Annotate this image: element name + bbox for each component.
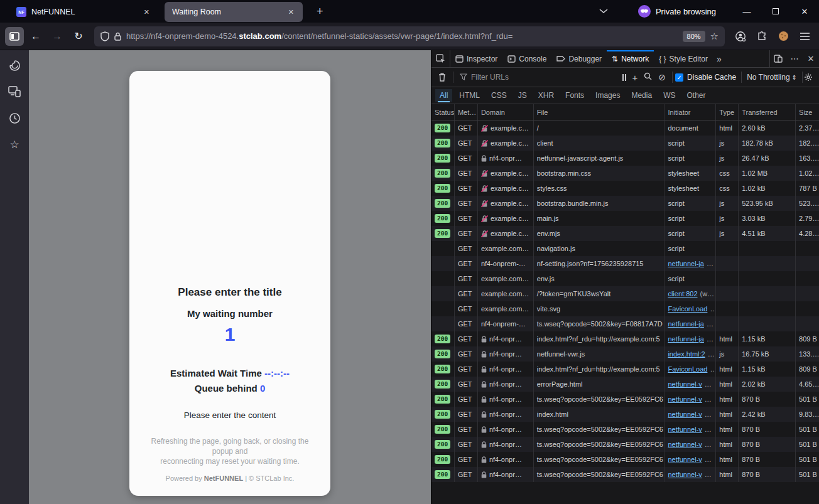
filter-tab-xhr[interactable]: XHR: [534, 89, 558, 102]
devtools-close-icon[interactable]: ✕: [803, 50, 819, 67]
table-row[interactable]: 200GETexample.c…/documenthtml2.60 kB2.37…: [431, 121, 819, 136]
sidebar-toggle-button[interactable]: [5, 27, 24, 46]
disable-cache-checkbox[interactable]: ✓ Disable Cache: [675, 73, 736, 82]
extensions-icon[interactable]: [752, 27, 771, 46]
filter-tab-html[interactable]: HTML: [455, 89, 484, 102]
search-icon[interactable]: [644, 72, 652, 82]
table-row[interactable]: GETexample.com…navigation.jsscript: [431, 241, 819, 256]
table-row[interactable]: 200GETnf4-onpr…ts.wseq?opcode=5002&key=E…: [431, 452, 819, 467]
column-header-status[interactable]: Status: [431, 104, 455, 120]
block-icon[interactable]: ⊘: [658, 72, 666, 82]
tab-netfunnel[interactable]: NF NetFUNNEL ✕: [9, 2, 158, 22]
tab-inspector[interactable]: Inspector: [450, 50, 502, 67]
initiator-link[interactable]: netfunnel-ja: [668, 316, 704, 331]
history-icon[interactable]: [8, 112, 21, 124]
table-row[interactable]: 200GETexample.c…styles.cssstylesheetcss1…: [431, 181, 819, 196]
ai-chatbot-icon[interactable]: [8, 59, 21, 72]
initiator-link[interactable]: index.html:2: [668, 346, 705, 362]
tab-close-icon[interactable]: ✕: [286, 7, 296, 18]
table-row[interactable]: 200GETnf4-onpr…netfunnel-vwr.jsindex.htm…: [431, 346, 819, 362]
table-row[interactable]: GETexample.com…vite.svgFaviconLoad…: [431, 301, 819, 316]
table-row[interactable]: 200GETexample.c…bootstrap.bundle.min.jss…: [431, 196, 819, 211]
account-icon[interactable]: [731, 27, 750, 46]
table-row[interactable]: 200GETnf4-onpr…ts.wseq?opcode=5002&key=E…: [431, 422, 819, 437]
table-row[interactable]: 200GETexample.c…env.mjsscriptjs4.51 kB4.…: [431, 226, 819, 241]
table-row[interactable]: 200GETexample.c…bootstrap.min.cssstylesh…: [431, 166, 819, 181]
new-tab-button[interactable]: +: [312, 5, 328, 18]
back-button[interactable]: ←: [26, 27, 45, 46]
filter-tab-fonts[interactable]: Fonts: [561, 89, 588, 102]
column-header-file[interactable]: File: [534, 104, 665, 120]
reload-button[interactable]: ↻: [69, 27, 88, 46]
table-row[interactable]: 200GETnf4-onpr…index.html?nf_rdu=http://…: [431, 362, 819, 377]
tab-console[interactable]: Console: [502, 50, 551, 67]
clear-requests-icon[interactable]: [434, 73, 450, 82]
table-row[interactable]: 200GETexample.c…main.jsscriptjs3.03 kB2.…: [431, 211, 819, 226]
table-row[interactable]: GETexample.com…/?token=gmTKU3wsYaltclien…: [431, 286, 819, 301]
menu-icon[interactable]: [795, 27, 814, 46]
filter-tab-all[interactable]: All: [435, 89, 452, 102]
initiator-link[interactable]: netfunnel-v: [668, 452, 702, 467]
filter-tab-other[interactable]: Other: [682, 89, 710, 102]
column-header-method[interactable]: Met…: [455, 104, 478, 120]
filter-tab-js[interactable]: JS: [514, 89, 531, 102]
minimize-button[interactable]: —: [732, 0, 761, 23]
initiator-link[interactable]: client:802: [668, 286, 697, 301]
table-row[interactable]: 200GETnf4-onpr…ts.wseq?opcode=5002&key=E…: [431, 437, 819, 452]
initiator-link[interactable]: netfunnel-v: [668, 392, 702, 407]
maximize-button[interactable]: [761, 0, 790, 23]
cookie-icon[interactable]: [774, 27, 793, 46]
shield-icon[interactable]: [100, 31, 109, 41]
list-tabs-chevron-icon[interactable]: [599, 9, 608, 14]
table-row[interactable]: 200GETnf4-onpr…errorPage.htmlnetfunnel-v…: [431, 377, 819, 392]
more-tabs-chevron-icon[interactable]: »: [713, 50, 725, 67]
filter-tab-media[interactable]: Media: [627, 89, 656, 102]
tab-debugger[interactable]: Debugger: [551, 50, 607, 67]
zoom-level-badge[interactable]: 80%: [683, 31, 705, 42]
initiator-link[interactable]: netfunnel-v: [668, 467, 702, 482]
column-header-initiator[interactable]: Initiator: [664, 104, 716, 120]
responsive-design-icon[interactable]: [770, 50, 786, 67]
table-row[interactable]: GETexample.com…env.jsscript: [431, 271, 819, 286]
tab-waiting-room[interactable]: Waiting Room ✕: [165, 2, 303, 22]
filter-tab-css[interactable]: CSS: [487, 89, 511, 102]
synced-tabs-icon[interactable]: [8, 85, 21, 98]
pick-element-icon[interactable]: [431, 50, 450, 67]
table-row[interactable]: 200GETnf4-onpr…index.html?nf_rdu=http://…: [431, 331, 819, 346]
table-row[interactable]: 200GETnf4-onpr…index.htmlnetfunnel-v…htm…: [431, 407, 819, 422]
bookmarks-icon[interactable]: ☆: [8, 138, 21, 151]
tab-network[interactable]: ⇅ Network: [607, 50, 654, 67]
initiator-link[interactable]: FaviconLoad: [668, 301, 707, 316]
network-settings-gear-icon[interactable]: [802, 72, 816, 83]
table-row[interactable]: 200GETexample.c…clientscriptjs182.78 kB1…: [431, 136, 819, 151]
filter-urls-input[interactable]: Filter URLs: [456, 73, 619, 82]
initiator-link[interactable]: netfunnel-ja: [668, 256, 704, 271]
column-header-transferred[interactable]: Transferred: [739, 104, 796, 120]
lock-icon[interactable]: [114, 32, 121, 41]
forward-button[interactable]: →: [48, 27, 67, 46]
filter-tab-images[interactable]: Images: [591, 89, 624, 102]
add-icon[interactable]: +: [632, 72, 638, 83]
table-row[interactable]: GETnf4-onprem-…nf-setting.json?nf=175623…: [431, 256, 819, 271]
bookmark-star-icon[interactable]: ☆: [710, 31, 719, 42]
column-header-size[interactable]: Size: [796, 104, 819, 120]
initiator-link[interactable]: netfunnel-v: [668, 377, 702, 392]
initiator-link[interactable]: netfunnel-v: [668, 422, 702, 437]
initiator-link[interactable]: netfunnel-v: [668, 407, 702, 422]
column-header-type[interactable]: Type: [716, 104, 739, 120]
initiator-link[interactable]: netfunnel-ja: [668, 331, 704, 346]
devtools-meatball-menu-icon[interactable]: ⋯: [786, 50, 803, 67]
close-window-button[interactable]: ✕: [790, 0, 819, 23]
tab-close-icon[interactable]: ✕: [141, 7, 152, 18]
filter-tab-ws[interactable]: WS: [659, 89, 680, 102]
table-row[interactable]: 200GETnf4-onpr…netfunnel-javascript-agen…: [431, 151, 819, 166]
url-bar[interactable]: https://nf4-onprem-demo-4524.stclab.com/…: [94, 26, 725, 46]
tab-style-editor[interactable]: { } Style Editor: [654, 50, 713, 67]
initiator-link[interactable]: FaviconLoad: [668, 362, 707, 377]
column-header-domain[interactable]: Domain: [478, 104, 534, 120]
table-row[interactable]: GETnf4-onprem-…ts.wseq?opcode=5002&key=F…: [431, 316, 819, 331]
table-row[interactable]: 200GETnf4-onpr…ts.wseq?opcode=5002&key=E…: [431, 392, 819, 407]
initiator-link[interactable]: netfunnel-v: [668, 437, 702, 452]
pause-icon[interactable]: [622, 74, 626, 81]
throttling-dropdown[interactable]: No Throttling ⇕: [741, 72, 802, 83]
